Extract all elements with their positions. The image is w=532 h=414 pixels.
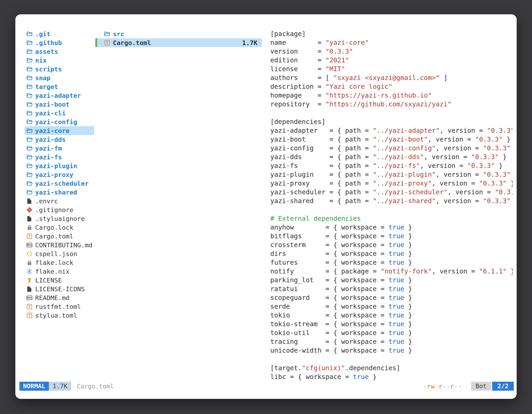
parent-item-yazi-boot[interactable]: yazi-boot [25, 100, 94, 109]
item-label: stylua.toml [35, 312, 77, 319]
file-icon [26, 198, 33, 204]
parent-item--styluaignore[interactable]: .styluaignore [25, 214, 94, 223]
folder-icon [26, 180, 33, 187]
parent-item-yazi-plugin[interactable]: yazi-plugin [25, 161, 94, 170]
lock-icon [26, 259, 33, 266]
code-line: anyhow = { workspace = true } [270, 223, 513, 232]
folder-icon [26, 75, 33, 81]
permissions: -rw-r--r-- [423, 383, 462, 390]
parent-item--gitignore[interactable]: .gitignore [25, 205, 94, 214]
parent-item-yazi-proxy[interactable]: yazi-proxy [25, 170, 94, 179]
parent-item-cspell-json[interactable]: cspell.json [25, 249, 94, 258]
parent-item-yazi-core[interactable]: yazi-core [25, 126, 94, 135]
folder-icon [26, 110, 33, 116]
folder-icon [104, 31, 110, 37]
folder-icon [26, 83, 33, 90]
item-label: scripts [35, 66, 62, 73]
parent-item-nix[interactable]: nix [25, 56, 94, 65]
git-icon [26, 207, 33, 213]
folder-icon [26, 145, 33, 152]
parent-item--envrc[interactable]: .envrc [25, 197, 94, 205]
current-item-cargo-toml[interactable]: Cargo.toml1.7K [95, 38, 262, 47]
code-line [270, 205, 513, 214]
item-label: yazi-adapter [35, 92, 81, 99]
item-label: yazi-core [35, 127, 69, 135]
parent-item-cargo-toml[interactable]: Cargo.toml [25, 232, 94, 241]
code-line: name = "yazi-core" [270, 38, 513, 47]
parent-item-yazi-fm[interactable]: yazi-fm [25, 144, 94, 153]
item-label: yazi-scheduler [35, 180, 88, 187]
item-label: yazi-plugin [35, 162, 77, 170]
code-line: unicode-width = { workspace = true } [270, 346, 513, 355]
parent-item-yazi-shared[interactable]: yazi-shared [25, 188, 94, 197]
item-label: yazi-proxy [35, 171, 73, 178]
preview-pane: [package]name = "yazi-core"version = "0.… [270, 29, 513, 381]
code-line: yazi-dds = { path = "../yazi-dds", versi… [270, 153, 513, 161]
toml-icon [26, 233, 33, 240]
code-line: [target."cfg(unix)".dependencies] [270, 364, 513, 373]
parent-item-readme-md[interactable]: README.md [25, 293, 94, 302]
license-icon [26, 277, 33, 283]
item-label: yazi-boot [35, 101, 69, 108]
scroll-position-badge: Bot [471, 382, 491, 391]
code-line: futures = { workspace = true } [270, 258, 513, 267]
item-label: snap [35, 74, 50, 82]
folder-icon [26, 66, 33, 72]
code-line: yazi-shared = { path = "../yazi-shared",… [270, 197, 513, 205]
json-icon [26, 250, 33, 257]
parent-item-scripts[interactable]: scripts [25, 65, 94, 73]
toml-icon [26, 312, 33, 319]
folder-icon [26, 136, 33, 143]
parent-item-yazi-cli[interactable]: yazi-cli [25, 109, 94, 117]
item-label: rustfmt.toml [35, 303, 81, 310]
item-label: cspell.json [35, 250, 77, 258]
parent-item-snap[interactable]: snap [25, 73, 94, 82]
file-size-badge: 1.7K [49, 382, 71, 391]
code-line: yazi-scheduler = { path = "../yazi-sched… [270, 188, 513, 197]
parent-item-flake-nix[interactable]: flake.nix [25, 267, 94, 276]
item-label: nix [35, 57, 47, 64]
item-label: yazi-config [35, 118, 77, 125]
code-line: yazi-config = { path = "../yazi-config",… [270, 144, 513, 153]
item-label: CONTRIBUTING.md [35, 241, 92, 249]
parent-item-target[interactable]: target [25, 82, 94, 91]
parent-item-assets[interactable]: assets [25, 47, 94, 56]
code-line: yazi-fs = { path = "../yazi-fs", version… [270, 161, 513, 170]
code-line: authors = [ "sxyazi <sxyazi@gmail.com>" … [270, 73, 513, 82]
parent-item-yazi-fs[interactable]: yazi-fs [25, 153, 94, 161]
parent-item-yazi-config[interactable]: yazi-config [25, 117, 94, 126]
parent-item-cargo-lock[interactable]: Cargo.lock [25, 223, 94, 232]
cursor-marker [95, 38, 97, 47]
status-filename: Cargo.toml [77, 383, 114, 390]
folder-icon [26, 101, 33, 108]
item-label: .git [35, 30, 50, 38]
parent-item-license[interactable]: LICENSE [25, 276, 94, 285]
parent-pane: .git.githubassetsnixscriptssnaptargetyaz… [25, 29, 94, 320]
code-line: tokio-stream = { workspace = true } [270, 320, 513, 328]
code-line: yazi-boot = { path = "../yazi-boot", ver… [270, 135, 513, 144]
item-label: .gitignore [35, 206, 73, 213]
current-pane: srcCargo.toml1.7K [95, 29, 262, 47]
item-size: 1.7K [242, 39, 262, 47]
code-line: libc = { workspace = true } [270, 373, 513, 381]
parent-item-yazi-scheduler[interactable]: yazi-scheduler [25, 179, 94, 188]
parent-item-stylua-toml[interactable]: stylua.toml [25, 311, 94, 320]
parent-item-rustfmt-toml[interactable]: rustfmt.toml [25, 302, 94, 311]
parent-item-flake-lock[interactable]: flake.lock [25, 258, 94, 267]
item-label: assets [35, 48, 58, 55]
item-label: src [113, 30, 124, 38]
yazi-file-manager-window: .git.githubassetsnixscriptssnaptargetyaz… [15, 14, 517, 399]
parent-item-contributing-md[interactable]: CONTRIBUTING.md [25, 241, 94, 249]
parent-item--git[interactable]: .git [25, 29, 94, 38]
code-line: parking_lot = { workspace = true } [270, 276, 513, 285]
folder-icon [26, 127, 33, 134]
item-label: flake.nix [35, 268, 69, 275]
item-label: yazi-fs [35, 154, 62, 161]
parent-item--github[interactable]: .github [25, 38, 94, 47]
folder-icon [26, 31, 33, 37]
parent-item-yazi-dds[interactable]: yazi-dds [25, 135, 94, 144]
parent-item-yazi-adapter[interactable]: yazi-adapter [25, 91, 94, 100]
current-item-src[interactable]: src [95, 29, 262, 38]
parent-item-license-icons[interactable]: LICENSE-ICONS [25, 285, 94, 293]
folder-icon [26, 119, 33, 125]
